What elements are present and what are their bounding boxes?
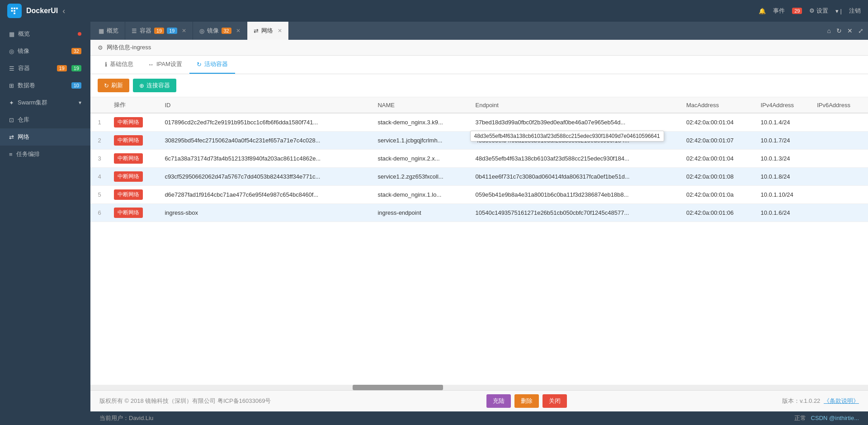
endpoint-tooltip-box: 48d3e55efb4f63a138cb6103af23d588cc215ede… [470,131,664,142]
add-button[interactable]: 充陆 [486,394,511,408]
version-info: 版本：v.1.0.22 《条款说明》 [782,397,859,405]
row-ipv6 [811,132,868,150]
app-logo [7,4,22,18]
tab-network[interactable]: ⇄ 网络 ✕ [247,22,289,40]
tab-overview[interactable]: ▦ 概览 [92,22,125,40]
row-id: 017896cd2c2ed7fc2e9191b951bcc1c6fb6f6dda… [159,113,372,132]
col-endpoint: Endpoint [470,97,681,113]
network-icon: ⇄ [9,134,14,141]
col-ipv4: IPv4Address [755,97,811,113]
tab-images[interactable]: ◎ 镜像 32 ✕ [193,22,247,40]
csdn-link[interactable]: CSDN @inthirtie... [811,415,859,421]
sidebar-item-volumes[interactable]: ⊞ 数据卷 10 [0,77,90,94]
sub-tab-ipam[interactable]: ↔ IPAM设置 [141,56,189,74]
swarm-icon: ✦ [9,99,14,106]
row-num: 3 [90,150,108,168]
row-name: service1.2.zgz653fxcoll... [372,168,470,186]
network-section-header: ⚙ 网络信息-ingress [90,40,868,56]
sidebar-item-tasks[interactable]: ≡ 任务编排 [0,146,90,163]
disconnect-network-button[interactable]: 中断网络 [114,208,143,218]
event-count-badge[interactable]: 29 [792,8,802,14]
images-tab-badge: 32 [222,28,231,34]
sidebar-item-network[interactable]: ⇄ 网络 [0,128,90,146]
row-endpoint: 0b411ee6f731c7c3080ad060414fda806317fca0… [470,168,681,186]
sidebar-item-containers[interactable]: ☰ 容器 19 19 [0,60,90,77]
row-num: 2 [90,132,108,150]
row-endpoint-tooltip: 48d3e55efb4f63a138cb6103af23d588cc215ede… [470,132,681,150]
containers-tab-badge1: 19 [154,28,164,34]
expand-icon[interactable]: ⤢ [858,27,863,34]
sidebar-item-overview[interactable]: ▦ 概览 [0,25,90,42]
tab-close-icon[interactable]: ✕ [236,28,241,34]
col-mac: MacAddress [681,97,755,113]
row-action: 中断网络 [108,150,159,168]
connect-btn-label: 连接容器 [146,81,170,90]
tab-bar: ▦ 概览 ☰ 容器 19 19 ✕ ◎ 镜像 32 ✕ ⇄ 网络 ✕ [90,22,868,40]
row-ipv4: 10.0.1.6/24 [755,204,811,222]
disconnect-network-button[interactable]: 中断网络 [114,189,143,200]
row-ipv4: 10.0.1.4/24 [755,113,811,132]
delete-button[interactable]: 删除 [514,394,539,408]
scrollbar-thumb[interactable] [353,385,443,390]
row-endpoint: 37bed18d3d99a0fbc0f2b39ed0eaf0be46a07e96… [470,113,681,132]
disconnect-network-button[interactable]: 中断网络 [114,153,143,164]
toolbar: ↻ 刷新 ⊕ 连接容器 [90,74,868,97]
row-name: service1.1.jcbgqjfcrlmh... [372,132,470,150]
home-icon[interactable]: ⌂ [827,27,831,34]
table-row: 4 中断网络 c93cf52950662062d47a5767c7dd4053b… [90,168,868,186]
sidebar: ▦ 概览 ◎ 镜像 32 ☰ 容器 19 19 ⊞ 数据卷 10 ✦ Swarm… [0,22,90,425]
row-ipv4: 10.0.1.7/24 [755,132,811,150]
image-tab-icon: ◎ [199,28,204,34]
header-right: 🔔 事件 29 ⚙ 设置 ▾ | 注销 [759,7,861,15]
event-label[interactable]: 事件 [773,7,785,15]
row-ipv6 [811,186,868,204]
ipam-icon: ↔ [148,61,154,68]
sidebar-item-label: 镜像 [18,47,67,55]
sidebar-item-warehouse[interactable]: ⊡ 仓库 [0,111,90,128]
refresh-icon[interactable]: ↻ [836,27,842,34]
status-dot [78,32,81,36]
sidebar-item-images[interactable]: ◎ 镜像 32 [0,42,90,60]
chevron-down-icon: ▾ [79,99,81,106]
row-ipv4: 10.0.1.3/24 [755,150,811,168]
tasks-icon: ≡ [9,151,13,158]
sidebar-item-swarm[interactable]: ✦ Swarm集群 ▾ [0,94,90,111]
image-icon: ◎ [9,48,14,55]
connect-container-button[interactable]: ⊕ 连接容器 [133,79,176,92]
tab-close-icon[interactable]: ✕ [278,28,282,34]
horizontal-scrollbar[interactable] [90,385,868,390]
table-header-row: 操作 ID NAME Endpoint MacAddress IPv4Addre… [90,97,868,113]
table-row: 2 中断网络 308295bd54fec2715062a40a0f54c231e… [90,132,868,150]
close-icon[interactable]: ✕ [847,27,853,34]
close-button[interactable]: 关闭 [542,394,567,408]
refresh-button[interactable]: ↻ 刷新 [98,79,129,92]
row-id: c93cf52950662062d47a5767c7dd4053b824433f… [159,168,372,186]
sub-tab-active-containers[interactable]: ↻ 活动容器 [189,56,235,74]
col-id: ID [159,97,372,113]
containers-badge1: 19 [57,65,67,71]
current-user: 当前用户：David.Liu [99,414,153,422]
row-name: stack-demo_nginx.2.x... [372,150,470,168]
sidebar-item-label: 概览 [18,30,72,38]
row-mac: 02:42:0a:00:01:06 [681,204,755,222]
sidebar-item-label: 容器 [18,64,52,72]
info-icon: ℹ [105,61,107,68]
disconnect-network-button[interactable]: 中断网络 [114,117,143,128]
refresh-btn-label: 刷新 [111,81,123,90]
disconnect-network-button[interactable]: 中断网络 [114,135,143,146]
app-header: DockerUI ‹ 🔔 事件 29 ⚙ 设置 ▾ | 注销 [0,0,868,22]
footer-copyright: 版权所有 © 2018 镜翰科技（深圳）有限公司 粤ICP备16033069号 [99,397,271,405]
tab-containers[interactable]: ☰ 容器 19 19 ✕ [125,22,193,40]
back-button[interactable]: ‹ [62,6,65,16]
tab-label: 概览 [107,27,118,35]
logout-button[interactable]: 注销 [849,7,861,15]
sub-tab-basic[interactable]: ℹ 基础信息 [98,56,141,74]
tab-close-icon[interactable]: ✕ [182,28,186,34]
terms-link[interactable]: 《条款说明》 [824,397,859,404]
settings-button[interactable]: ⚙ 设置 [809,7,828,15]
row-ipv6 [811,204,868,222]
container-tab-icon: ☰ [132,28,137,34]
row-ipv4: 10.0.1.10/24 [755,186,811,204]
disconnect-network-button[interactable]: 中断网络 [114,171,143,182]
page-footer: 版权所有 © 2018 镜翰科技（深圳）有限公司 粤ICP备16033069号 … [90,390,868,411]
